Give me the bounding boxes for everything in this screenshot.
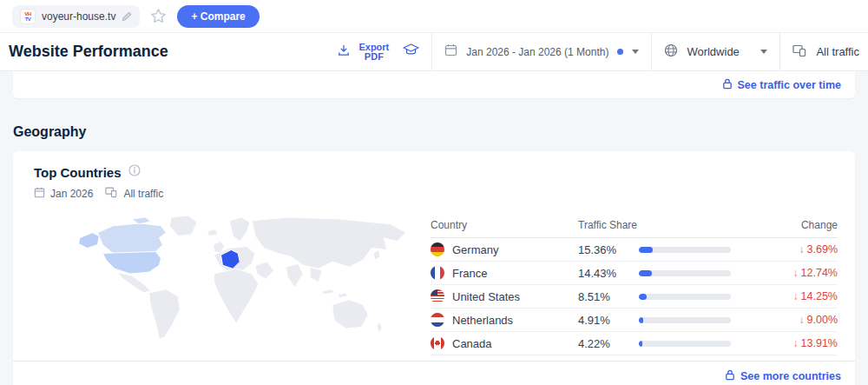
info-icon[interactable]	[128, 164, 141, 180]
overview-card-bottom: See traffic over time	[13, 71, 855, 98]
map-arctic-island	[132, 217, 151, 224]
compare-button[interactable]: + Compare	[177, 5, 259, 28]
chevron-down-icon	[632, 50, 639, 54]
traffic-share-bar	[639, 294, 731, 300]
top-countries-title: Top Countries	[34, 165, 122, 180]
date-range-label: Jan 2026 - Jan 2026 (1 Month)	[466, 46, 608, 58]
see-traffic-over-time-label: See traffic over time	[738, 79, 842, 91]
site-chip[interactable]: VH TV voyeur-house.tv	[12, 5, 140, 28]
lock-icon	[722, 78, 733, 92]
traffic-share-value: 8.51%	[578, 290, 627, 303]
change-value: 14.25%	[801, 290, 838, 302]
change-arrow-icon: ↓	[793, 267, 799, 279]
card-meta-date: Jan 2026	[50, 188, 93, 200]
change-value: 3.69%	[807, 243, 838, 256]
map-india	[286, 263, 304, 288]
traffic-share-bar-fill	[639, 341, 642, 347]
map-japan	[373, 249, 380, 260]
change-value: 9.00%	[807, 314, 838, 326]
change-cell: ↓13.91%	[758, 337, 838, 349]
countries-table-header: Country Traffic Share Change	[431, 214, 838, 238]
favorite-star-icon[interactable]	[150, 8, 167, 24]
traffic-share-value: 15.36%	[578, 243, 627, 256]
change-arrow-icon: ↓	[799, 243, 805, 256]
region-label: Worldwide	[687, 45, 739, 58]
date-range-picker[interactable]: Jan 2026 - Jan 2026 (1 Month)	[431, 33, 651, 70]
map-usa	[102, 251, 161, 274]
favicon-line2: TV	[25, 17, 31, 22]
change-value: 13.91%	[801, 337, 838, 349]
export-pdf-label: ExportPDF	[358, 43, 389, 62]
card-meta-traffic: All traffic	[123, 188, 163, 200]
geography-section-title: Geography	[13, 124, 855, 140]
site-domain: voyeur-house.tv	[42, 10, 115, 23]
country-flag-icon	[431, 266, 444, 280]
country-name: United States	[452, 290, 520, 303]
map-se-asia	[310, 267, 322, 282]
change-cell: ↓9.00%	[758, 314, 838, 326]
see-traffic-over-time-link[interactable]: See traffic over time	[722, 78, 842, 92]
traffic-filter-label: All traffic	[816, 45, 859, 58]
see-more-countries-link[interactable]: See more countries	[725, 369, 841, 383]
compare-label: + Compare	[191, 10, 245, 23]
change-cell: ↓12.74%	[758, 267, 838, 279]
see-more-countries-label: See more countries	[740, 370, 841, 382]
change-cell: ↓14.25%	[758, 290, 838, 302]
edit-pencil-icon[interactable]	[122, 11, 132, 22]
country-name: Netherlands	[452, 314, 513, 327]
map-iceland	[207, 229, 218, 236]
site-favicon: VH TV	[20, 9, 36, 24]
country-name: Germany	[452, 243, 498, 256]
top-countries-footer: See more countries	[13, 361, 855, 385]
map-middle-east	[255, 262, 274, 279]
traffic-share-bar	[639, 247, 731, 253]
country-name: France	[452, 267, 487, 280]
globe-icon	[664, 43, 678, 61]
table-row[interactable]: Netherlands 4.91% ↓9.00%	[431, 309, 838, 332]
change-value: 12.74%	[801, 267, 838, 279]
traffic-share-value: 4.22%	[578, 337, 627, 350]
traffic-share-bar-fill	[639, 270, 652, 276]
academy-cap-icon	[403, 43, 419, 60]
world-map[interactable]	[25, 212, 420, 346]
top-countries-card-header: Top Countries Jan 2026 All traffic	[13, 151, 855, 209]
topbar: VH TV voyeur-house.tv + Compare	[0, 0, 868, 33]
countries-table-body: Germany 15.36% ↓3.69% France 14.43% ↓12.…	[431, 238, 838, 355]
export-pdf-button[interactable]: ExportPDF	[326, 33, 401, 70]
country-name: Canada	[452, 337, 492, 350]
map-africa	[214, 269, 259, 323]
col-header-country: Country	[431, 219, 578, 231]
country-flag-icon	[431, 313, 444, 327]
devices-icon	[105, 186, 118, 202]
lock-icon	[725, 369, 735, 383]
table-row[interactable]: United States 8.51% ↓14.25%	[431, 285, 838, 309]
traffic-share-bar	[639, 270, 731, 276]
page-title: Website Performance	[0, 43, 326, 61]
table-row[interactable]: Canada 4.22% ↓13.91%	[431, 332, 838, 355]
traffic-share-bar-fill	[639, 317, 643, 323]
map-indonesia	[322, 289, 334, 295]
traffic-share-bar	[639, 317, 731, 323]
date-filter-dot	[617, 49, 623, 55]
top-countries-body: Country Traffic Share Change Germany 15.…	[13, 209, 855, 361]
calendar-icon	[444, 43, 457, 60]
col-header-share: Traffic Share	[578, 219, 758, 231]
table-row[interactable]: Germany 15.36% ↓3.69%	[431, 238, 838, 262]
traffic-share-bar	[639, 341, 731, 347]
table-row[interactable]: France 14.43% ↓12.74%	[431, 262, 838, 285]
map-indonesia-2	[338, 293, 348, 298]
change-arrow-icon: ↓	[793, 337, 799, 349]
traffic-filter-select[interactable]: All traffic	[779, 33, 868, 70]
map-scandinavia	[229, 217, 250, 242]
traffic-share-bar-fill	[639, 247, 653, 253]
traffic-share-value: 4.91%	[578, 314, 627, 327]
region-select[interactable]: Worldwide	[651, 33, 779, 70]
country-flag-icon	[431, 289, 444, 303]
change-arrow-icon: ↓	[799, 314, 805, 326]
map-greenland	[169, 216, 197, 236]
academy-button[interactable]	[401, 33, 431, 70]
map-new-zealand	[377, 322, 382, 332]
top-countries-card: Top Countries Jan 2026 All traffic	[13, 151, 855, 385]
map-central-america	[116, 272, 150, 293]
download-icon	[338, 44, 350, 60]
